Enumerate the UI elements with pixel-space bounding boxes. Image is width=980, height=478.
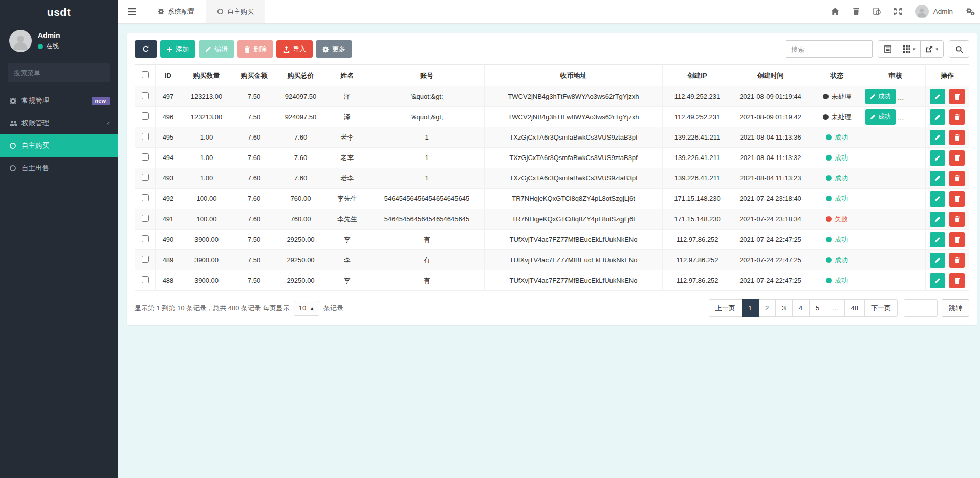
row-checkbox[interactable] bbox=[142, 133, 149, 140]
detail-view-button[interactable] bbox=[878, 40, 898, 58]
trash-icon[interactable] bbox=[853, 8, 860, 15]
sidebar-item-label: 权限管理 bbox=[21, 119, 49, 128]
search-submit-button[interactable] bbox=[949, 40, 969, 58]
row-checkbox[interactable] bbox=[142, 276, 149, 283]
ops-cell bbox=[926, 148, 969, 168]
jump-button[interactable]: 跳转 bbox=[942, 299, 969, 317]
fullscreen-icon[interactable] bbox=[894, 8, 902, 15]
audit-fail-button[interactable]: 失败 bbox=[900, 109, 926, 125]
pencil-icon bbox=[934, 94, 941, 100]
row-checkbox[interactable] bbox=[142, 112, 149, 120]
pencil-icon bbox=[870, 94, 876, 99]
sidebar-item-self-buy[interactable]: 自主购买 bbox=[0, 134, 118, 157]
status-badge: 成功 bbox=[826, 256, 848, 265]
export-button[interactable]: ▾ bbox=[920, 40, 944, 58]
sidebar-item-general[interactable]: 常规管理 new bbox=[0, 89, 118, 112]
row-delete-button[interactable] bbox=[949, 109, 965, 125]
user-panel: Admin 在线 bbox=[0, 25, 118, 59]
cell-ip: 139.226.41.211 bbox=[663, 127, 732, 148]
next-page-button[interactable]: 下一页 bbox=[864, 299, 898, 317]
cell-id: 495 bbox=[156, 127, 181, 148]
users-icon bbox=[9, 120, 21, 127]
home-icon[interactable] bbox=[831, 8, 839, 15]
sidebar-search-input[interactable] bbox=[14, 69, 104, 77]
row-checkbox[interactable] bbox=[142, 256, 149, 263]
delete-button[interactable]: 删除 bbox=[237, 40, 273, 58]
status-badge: 失败 bbox=[826, 215, 848, 224]
cell-name: 李 bbox=[325, 230, 369, 250]
cell-time: 2021-07-24 22:47:25 bbox=[732, 270, 809, 291]
row-delete-button[interactable] bbox=[949, 273, 965, 288]
cell-ip: 171.15.148.230 bbox=[663, 209, 732, 230]
row-checkbox[interactable] bbox=[142, 215, 149, 222]
audit-success-button[interactable]: 成功 bbox=[865, 89, 896, 104]
prev-page-button[interactable]: 上一页 bbox=[709, 299, 742, 317]
row-checkbox[interactable] bbox=[142, 153, 149, 161]
page-button[interactable]: 5 bbox=[809, 299, 826, 317]
add-button[interactable]: 添加 bbox=[160, 40, 195, 58]
trash-icon bbox=[954, 237, 960, 243]
row-checkbox[interactable] bbox=[142, 92, 149, 99]
tab-self-buy[interactable]: 自主购买 bbox=[206, 0, 265, 23]
page-refresh-icon[interactable] bbox=[873, 8, 881, 15]
row-delete-button[interactable] bbox=[949, 212, 965, 227]
select-all-checkbox[interactable] bbox=[142, 71, 149, 78]
row-delete-button[interactable] bbox=[949, 171, 965, 186]
audit-fail-label: 失败 bbox=[913, 112, 926, 121]
row-edit-button[interactable] bbox=[930, 109, 945, 125]
hamburger-icon bbox=[128, 8, 136, 15]
row-delete-button[interactable] bbox=[949, 130, 965, 145]
row-delete-button[interactable] bbox=[949, 253, 965, 268]
status-badge: 成功 bbox=[826, 133, 848, 142]
row-edit-button[interactable] bbox=[930, 89, 945, 104]
jump-page-input[interactable] bbox=[904, 299, 938, 317]
import-button[interactable]: 导入 bbox=[276, 40, 313, 58]
columns-button[interactable]: ▾ bbox=[898, 40, 921, 58]
audit-fail-button[interactable]: 失败 bbox=[900, 89, 926, 104]
audit-cell bbox=[865, 250, 926, 270]
row-delete-button[interactable] bbox=[949, 232, 965, 247]
row-checkbox[interactable] bbox=[142, 235, 149, 242]
sidebar-search[interactable] bbox=[8, 63, 110, 82]
page-button[interactable]: 1 bbox=[742, 299, 759, 317]
page-button[interactable]: 3 bbox=[775, 299, 793, 317]
row-edit-button[interactable] bbox=[930, 130, 945, 145]
menu-toggle-button[interactable] bbox=[118, 0, 146, 23]
edit-button[interactable]: 编辑 bbox=[199, 40, 234, 58]
tab-system-config[interactable]: 系统配置 bbox=[146, 0, 206, 23]
audit-success-button[interactable]: 成功 bbox=[865, 109, 896, 125]
page-button[interactable]: 48 bbox=[844, 299, 865, 317]
row-delete-button[interactable] bbox=[949, 89, 965, 104]
avatar[interactable] bbox=[9, 30, 32, 52]
cell-address: TXzGjCxTA6r3QsmfaBwkCs3VUS9ztaB3pf bbox=[485, 148, 663, 168]
sidebar-item-permissions[interactable]: 权限管理 ‹ bbox=[0, 112, 118, 134]
row-edit-button[interactable] bbox=[930, 232, 945, 247]
cell-ip: 139.226.41.211 bbox=[663, 148, 732, 168]
circle-icon bbox=[9, 165, 21, 172]
sidebar-item-self-sell[interactable]: 自主出售 bbox=[0, 157, 118, 179]
table-search-input[interactable] bbox=[786, 40, 873, 58]
cell-id: 489 bbox=[156, 250, 181, 270]
more-button[interactable]: 更多 bbox=[316, 40, 352, 58]
page-button[interactable]: 4 bbox=[792, 299, 810, 317]
cell-name: 李先生 bbox=[325, 189, 369, 209]
row-checkbox[interactable] bbox=[142, 174, 149, 181]
row-checkbox[interactable] bbox=[142, 194, 149, 201]
row-edit-button[interactable] bbox=[930, 212, 945, 227]
row-edit-button[interactable] bbox=[930, 191, 945, 207]
cell-id: 492 bbox=[156, 189, 181, 209]
row-edit-button[interactable] bbox=[930, 150, 945, 166]
refresh-button[interactable] bbox=[135, 40, 157, 58]
cell-id: 488 bbox=[156, 270, 181, 291]
row-delete-button[interactable] bbox=[949, 191, 965, 207]
gears-icon[interactable] bbox=[966, 8, 975, 15]
row-edit-button[interactable] bbox=[930, 273, 945, 288]
page-button[interactable]: 2 bbox=[758, 299, 776, 317]
page-size-select[interactable]: 10 ▲ bbox=[294, 301, 319, 316]
cell-qty: 1.00 bbox=[181, 127, 232, 148]
row-edit-button[interactable] bbox=[930, 253, 945, 268]
row-edit-button[interactable] bbox=[930, 171, 945, 186]
status-badge: 未处理 bbox=[823, 92, 852, 101]
row-delete-button[interactable] bbox=[949, 150, 965, 166]
user-menu[interactable]: Admin bbox=[915, 5, 953, 18]
